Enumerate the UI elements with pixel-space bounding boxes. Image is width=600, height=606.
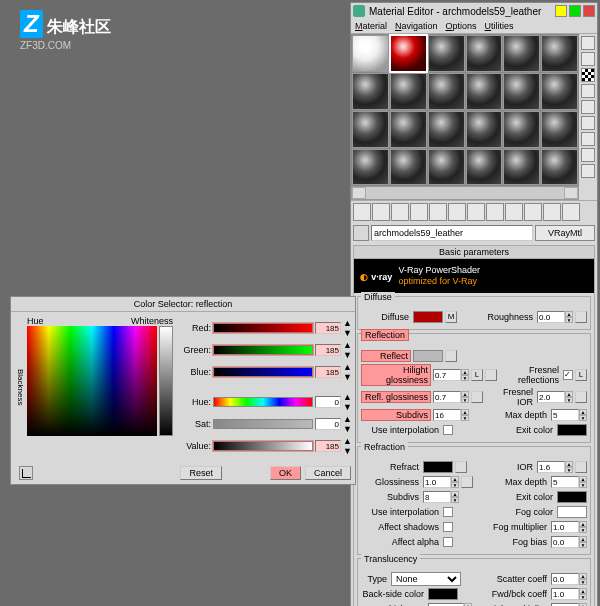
- material-slot[interactable]: [428, 111, 465, 148]
- sat-slider[interactable]: [213, 419, 313, 429]
- material-map-navigator-icon[interactable]: [581, 164, 595, 178]
- eyedropper-icon[interactable]: [19, 466, 33, 480]
- ior-input[interactable]: [537, 461, 565, 473]
- sample-type-icon[interactable]: [581, 36, 595, 50]
- reset-map-icon[interactable]: [410, 203, 428, 221]
- material-slot[interactable]: [352, 149, 389, 186]
- affect-shadows-checkbox[interactable]: [443, 522, 453, 532]
- material-name-input[interactable]: [371, 225, 533, 241]
- material-id-icon[interactable]: [486, 203, 504, 221]
- green-input[interactable]: [315, 344, 341, 356]
- make-preview-icon[interactable]: [581, 116, 595, 130]
- slot-scrollbar[interactable]: [351, 186, 579, 200]
- menu-navigation[interactable]: Navigation: [395, 21, 438, 31]
- refl-maxdepth-input[interactable]: [551, 409, 579, 421]
- material-slot[interactable]: [352, 111, 389, 148]
- material-slot[interactable]: [352, 35, 389, 72]
- diffuse-map-button[interactable]: M: [445, 311, 457, 323]
- ior-map-button[interactable]: [575, 461, 587, 473]
- put-to-library-icon[interactable]: [467, 203, 485, 221]
- red-slider[interactable]: [213, 323, 313, 333]
- ok-button[interactable]: OK: [270, 466, 301, 480]
- close-button[interactable]: [583, 5, 595, 17]
- material-slot[interactable]: [466, 149, 503, 186]
- material-slot[interactable]: [390, 111, 427, 148]
- refr-gloss-map-button[interactable]: [461, 476, 473, 488]
- refr-exit-color-swatch[interactable]: [557, 491, 587, 503]
- material-slot[interactable]: [466, 111, 503, 148]
- material-slot[interactable]: [428, 35, 465, 72]
- menu-material[interactable]: MMaterialaterial: [355, 21, 387, 31]
- fwdbck-input[interactable]: [551, 588, 579, 600]
- minimize-button[interactable]: [555, 5, 567, 17]
- get-material-icon[interactable]: [353, 203, 371, 221]
- scroll-left-icon[interactable]: [352, 187, 366, 199]
- material-slot[interactable]: [541, 149, 578, 186]
- material-slot[interactable]: [541, 111, 578, 148]
- material-slot[interactable]: [466, 73, 503, 110]
- material-slot[interactable]: [466, 35, 503, 72]
- value-input[interactable]: [315, 440, 341, 452]
- refl-subdivs-input[interactable]: [433, 409, 461, 421]
- fog-mult-input[interactable]: [551, 521, 579, 533]
- material-slot[interactable]: [390, 149, 427, 186]
- pick-material-icon[interactable]: [353, 225, 369, 241]
- material-slot[interactable]: [503, 149, 540, 186]
- scatter-input[interactable]: [551, 573, 579, 585]
- cancel-button[interactable]: Cancel: [305, 466, 351, 480]
- menu-options[interactable]: Options: [446, 21, 477, 31]
- color-selector-title[interactable]: Color Selector: reflection: [11, 297, 355, 312]
- green-slider[interactable]: [213, 345, 313, 355]
- hue-slider[interactable]: [213, 397, 313, 407]
- fog-bias-input[interactable]: [551, 536, 579, 548]
- translucency-type-select[interactable]: None: [391, 572, 461, 586]
- blue-slider[interactable]: [213, 367, 313, 377]
- material-slot[interactable]: [503, 35, 540, 72]
- reflect-map-button[interactable]: [445, 350, 457, 362]
- maximize-button[interactable]: [569, 5, 581, 17]
- affect-alpha-checkbox[interactable]: [443, 537, 453, 547]
- refr-interp-checkbox[interactable]: [443, 507, 453, 517]
- refl-glossiness-input[interactable]: [433, 391, 461, 403]
- backlight-icon[interactable]: [581, 52, 595, 66]
- background-icon[interactable]: [581, 68, 595, 82]
- select-by-material-icon[interactable]: [581, 148, 595, 162]
- material-slot[interactable]: [503, 111, 540, 148]
- sample-uv-icon[interactable]: [581, 84, 595, 98]
- material-slot[interactable]: [352, 73, 389, 110]
- material-slot[interactable]: [428, 149, 465, 186]
- fresnel-ior-map-button[interactable]: [575, 391, 587, 403]
- show-in-viewport-icon[interactable]: [505, 203, 523, 221]
- fresnel-checkbox[interactable]: [563, 370, 573, 380]
- hue-input[interactable]: [315, 396, 341, 408]
- material-slot[interactable]: [428, 73, 465, 110]
- refl-exit-color-swatch[interactable]: [557, 424, 587, 436]
- hue-saturation-field[interactable]: [27, 326, 157, 436]
- rollup-basic-parameters[interactable]: Basic parameters: [354, 246, 594, 259]
- refract-color-swatch[interactable]: [423, 461, 453, 473]
- assign-to-selection-icon[interactable]: [391, 203, 409, 221]
- hilight-lock-button[interactable]: L: [471, 369, 483, 381]
- titlebar[interactable]: Material Editor - archmodels59_leather: [351, 3, 597, 19]
- material-slot[interactable]: [503, 73, 540, 110]
- material-type-button[interactable]: VRayMtl: [535, 225, 595, 241]
- material-slot[interactable]: [541, 73, 578, 110]
- fog-color-swatch[interactable]: [557, 506, 587, 518]
- sat-input[interactable]: [315, 418, 341, 430]
- refr-subdivs-input[interactable]: [423, 491, 451, 503]
- fresnel-lock-button[interactable]: L: [575, 369, 587, 381]
- roughness-map-button[interactable]: [575, 311, 587, 323]
- diffuse-color-swatch[interactable]: [413, 311, 443, 323]
- make-copy-icon[interactable]: [429, 203, 447, 221]
- blue-input[interactable]: [315, 366, 341, 378]
- material-slot[interactable]: [541, 35, 578, 72]
- fresnel-ior-input[interactable]: [537, 391, 565, 403]
- show-end-result-icon[interactable]: [524, 203, 542, 221]
- reset-button[interactable]: Reset: [180, 466, 222, 480]
- value-slider[interactable]: [213, 441, 313, 451]
- menu-utilities[interactable]: Utilities: [485, 21, 514, 31]
- red-input[interactable]: [315, 322, 341, 334]
- refl-gloss-map-button[interactable]: [471, 391, 483, 403]
- refl-interp-checkbox[interactable]: [443, 425, 453, 435]
- hilight-glossiness-input[interactable]: [433, 369, 461, 381]
